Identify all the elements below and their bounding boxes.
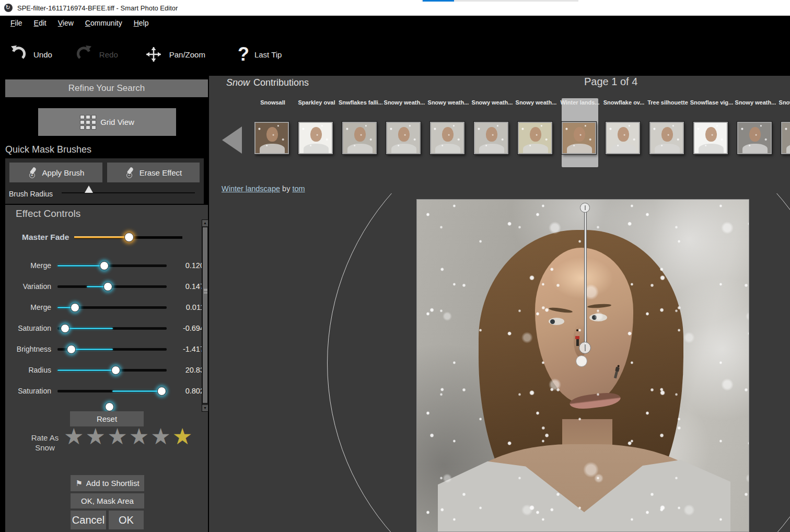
contribution-thumbnail[interactable] [562, 122, 596, 154]
menu-item-file[interactable]: File [10, 19, 22, 27]
add-to-shortlist-button[interactable]: ⚑ Add to Shortlist [71, 475, 144, 491]
rate-as-line1: Rate As [26, 433, 64, 443]
contribution-thumbnail[interactable] [386, 122, 421, 154]
master-fade-thumb[interactable] [124, 233, 134, 242]
erase-effect-button[interactable]: − Erase Effect [107, 163, 200, 182]
master-fade-slider[interactable] [74, 232, 182, 242]
slider-label: Saturation [5, 324, 57, 332]
slider-track[interactable] [57, 386, 167, 396]
slider-value: 20.83 [167, 366, 204, 374]
rating-star-1[interactable]: ★ [64, 424, 86, 449]
contribution-item-9[interactable]: Tree silhouette [649, 98, 686, 167]
contribution-thumbnail[interactable] [737, 122, 772, 154]
contribution-thumbnail[interactable] [474, 122, 508, 154]
scrollbar-down-arrow[interactable]: ▼ [202, 405, 208, 411]
grid-icon [80, 115, 96, 130]
effect-controls-scrollbar[interactable]: ▲ ▼ [202, 219, 208, 412]
by-text: by [282, 184, 290, 193]
rating-star-6[interactable]: ★ [172, 424, 194, 449]
contribution-item-8[interactable]: Snowflake ov... [606, 98, 642, 167]
contribution-item-12[interactable]: Snowy weath... [781, 98, 790, 167]
contribution-item-6[interactable]: Snowy weath... [518, 98, 554, 167]
brush-plus-icon: + [28, 167, 38, 178]
slider-thumb[interactable] [100, 261, 109, 270]
contribution-label: Tree silhouette [646, 99, 690, 106]
contribution-thumbnail[interactable] [298, 122, 333, 154]
effect-pin-line[interactable] [584, 211, 587, 348]
app-icon [4, 4, 13, 12]
menu-bar: FileEditViewCommunityHelp [0, 16, 790, 30]
brush-radius-thumb[interactable] [85, 186, 93, 193]
hidden-slider-thumb[interactable] [105, 402, 114, 411]
contribution-item-3[interactable]: Snowy weath... [386, 98, 423, 167]
menu-item-help[interactable]: Help [134, 19, 149, 27]
contribution-label: Snowy weath... [734, 99, 777, 106]
grid-view-label: Grid View [100, 118, 134, 126]
slider-thumb[interactable] [157, 387, 166, 396]
rating-star-3[interactable]: ★ [107, 424, 129, 449]
contribution-thumbnail[interactable] [693, 122, 728, 154]
ok-mask-area-button[interactable]: OK, Mask Area [71, 493, 144, 508]
slider-thumb[interactable] [71, 303, 79, 312]
cancel-button[interactable]: Cancel [71, 511, 106, 529]
contribution-thumbnail[interactable] [254, 122, 289, 154]
last-tip-button[interactable]: ? Last Tip [238, 39, 282, 70]
contribution-thumbnail[interactable] [649, 122, 684, 154]
grid-view-button[interactable]: Grid View [38, 108, 176, 136]
contribution-item-1[interactable]: Sparkley oval [298, 98, 335, 167]
menu-item-community[interactable]: Community [85, 19, 122, 27]
rating-star-2[interactable]: ★ [86, 424, 108, 449]
rating-star-4[interactable]: ★ [129, 424, 151, 449]
slider-track[interactable] [57, 344, 167, 354]
slider-label: Merge [5, 303, 57, 311]
contribution-thumbnail[interactable] [518, 122, 552, 154]
slider-thumb[interactable] [61, 324, 69, 333]
effect-pin-mid-handle[interactable] [579, 342, 591, 354]
contribution-item-11[interactable]: Snowy weath... [737, 98, 774, 167]
apply-brush-button[interactable]: + Apply Brush [9, 163, 102, 182]
rating-star-5[interactable]: ★ [150, 424, 172, 449]
slider-track[interactable] [57, 365, 167, 375]
effect-pin-top-handle[interactable] [580, 203, 590, 213]
slider-track[interactable] [57, 282, 167, 291]
effect-pin-anchor[interactable] [576, 355, 587, 367]
slider-thumb[interactable] [111, 366, 120, 375]
contribution-name-link[interactable]: Winter landscape [222, 184, 280, 193]
undo-button[interactable]: Undo [8, 39, 52, 70]
slider-value: 0.802 [167, 387, 204, 395]
preview-photo[interactable] [416, 199, 749, 532]
scrollbar-thumb[interactable] [202, 227, 208, 403]
last-tip-label: Last Tip [254, 50, 282, 59]
contribution-item-2[interactable]: Snwflakes falli... [342, 98, 379, 167]
menu-item-view[interactable]: View [58, 19, 74, 27]
contribution-thumbnail[interactable] [430, 122, 464, 154]
contribution-item-7[interactable]: Winter lands... [562, 98, 598, 167]
menu-item-edit[interactable]: Edit [34, 19, 47, 27]
ok-button[interactable]: OK [109, 511, 144, 529]
slider-label: Variation [5, 282, 57, 291]
scrollbar-up-arrow[interactable]: ▲ [202, 220, 208, 226]
rate-as-label: Rate As Snow [26, 433, 64, 453]
contribution-item-4[interactable]: Snowy weath... [430, 98, 467, 167]
pan-zoom-button[interactable]: Pan/Zoom [143, 39, 205, 70]
contribution-item-0[interactable]: Snowsall [254, 98, 291, 167]
contribution-item-5[interactable]: Snowy weath... [474, 98, 510, 167]
slider-track[interactable] [57, 323, 167, 333]
slider-track[interactable] [57, 303, 167, 312]
strip-prev-arrow[interactable] [222, 126, 242, 154]
refine-search-button[interactable]: Refine Your Search [5, 79, 208, 97]
undo-icon [8, 44, 28, 64]
contributions-strip: SnowsallSparkley ovalSnwflakes falli...S… [254, 98, 790, 167]
slider-value: -0.694 [167, 324, 204, 332]
contribution-thumbnail[interactable] [781, 122, 790, 154]
contribution-item-10[interactable]: Snowflase vig... [693, 98, 730, 167]
slider-thumb[interactable] [67, 345, 76, 354]
contribution-thumbnail[interactable] [342, 122, 377, 154]
contribution-label: Sparkley oval [295, 99, 339, 106]
slider-thumb[interactable] [103, 282, 112, 291]
contribution-author-link[interactable]: tom [292, 184, 305, 193]
contribution-thumbnail[interactable] [606, 122, 640, 154]
slider-value: -1.417 [167, 345, 204, 353]
slider-track[interactable] [57, 261, 167, 270]
brush-radius-slider[interactable] [62, 192, 195, 193]
